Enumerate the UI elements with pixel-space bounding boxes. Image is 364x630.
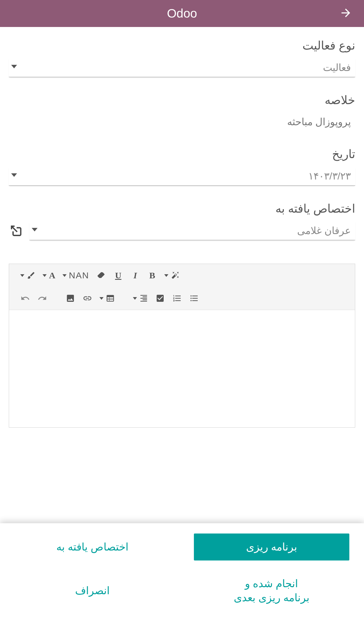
text-color-icon: A [49, 270, 55, 280]
undo-icon [21, 294, 30, 303]
chevron-down-icon [20, 274, 24, 277]
text-color-dropdown[interactable]: A [40, 268, 58, 283]
app-header: Odoo [0, 0, 364, 27]
chevron-down-icon [99, 297, 104, 300]
assigned-button[interactable]: اختصاص یافته به [15, 534, 170, 560]
editor-content-area[interactable] [9, 310, 355, 427]
summary-input[interactable] [13, 116, 351, 128]
header-title: Odoo [167, 6, 197, 21]
checklist-button[interactable] [153, 291, 167, 306]
redo-icon [38, 294, 47, 303]
brush-icon [27, 271, 35, 280]
ordered-list-button[interactable] [170, 291, 184, 306]
date-field: تاریخ ۱۴۰۳/۳/۲۳ [9, 147, 355, 186]
chevron-down-icon [11, 65, 17, 70]
image-icon [66, 294, 75, 303]
eraser-button[interactable] [94, 268, 109, 283]
style-dropdown[interactable] [18, 268, 38, 283]
table-dropdown[interactable] [97, 291, 117, 306]
chevron-down-icon [62, 274, 67, 277]
link-button[interactable] [80, 291, 95, 306]
chevron-down-icon [164, 274, 168, 277]
underline-icon: U [115, 270, 121, 280]
checklist-icon [155, 294, 165, 303]
activity-type-value: فعالیت [13, 62, 351, 73]
redo-button[interactable] [35, 291, 50, 306]
date-value: ۱۴۰۳/۳/۲۳ [13, 170, 351, 182]
bold-icon: B [149, 270, 155, 280]
assigned-to-label: اختصاص یافته به [9, 202, 355, 215]
undo-button[interactable] [18, 291, 33, 306]
rich-text-editor: A NAN U I B [9, 264, 355, 428]
underline-button[interactable]: U [111, 268, 126, 283]
date-label: تاریخ [9, 147, 355, 161]
align-icon [139, 294, 148, 303]
back-arrow-icon[interactable] [339, 6, 352, 21]
font-dropdown[interactable]: NAN [60, 268, 92, 283]
magic-dropdown[interactable] [162, 268, 182, 283]
activity-type-label: نوع فعالیت [9, 39, 355, 52]
assigned-to-field: اختصاص یافته به عرفان غلامی [9, 202, 355, 240]
italic-button[interactable]: I [128, 268, 143, 283]
summary-field: خلاصه [9, 93, 355, 131]
date-select[interactable]: ۱۴۰۳/۳/۲۳ [9, 167, 355, 186]
activity-type-select[interactable]: فعالیت [9, 58, 355, 77]
unordered-list-icon [189, 294, 199, 303]
summary-input-wrap[interactable] [9, 113, 355, 131]
eraser-icon [96, 271, 106, 280]
ordered-list-icon [172, 294, 182, 303]
external-link-button[interactable] [9, 223, 23, 238]
unordered-list-button[interactable] [187, 291, 202, 306]
action-button-bar: برنامه ریزی اختصاص یافته به انجام شده وب… [0, 523, 364, 630]
assigned-to-value: عرفان غلامی [34, 225, 351, 236]
link-icon [83, 294, 92, 303]
editor-toolbar: A NAN U I B [9, 264, 355, 310]
image-button[interactable] [63, 291, 78, 306]
svg-line-0 [11, 226, 17, 232]
table-icon [106, 294, 115, 303]
done-next-button[interactable]: انجام شده وبرنامه ریزی بعدی [194, 569, 350, 612]
chevron-down-icon [11, 173, 17, 179]
font-label: NAN [69, 270, 89, 280]
plan-button[interactable]: برنامه ریزی [194, 534, 350, 560]
cancel-button[interactable]: انصراف [15, 569, 170, 612]
chevron-down-icon [133, 297, 137, 300]
summary-label: خلاصه [9, 93, 355, 107]
assigned-to-select[interactable]: عرفان غلامی [29, 221, 355, 240]
magic-wand-icon [171, 271, 180, 280]
activity-type-field: نوع فعالیت فعالیت [9, 39, 355, 77]
italic-icon: I [133, 270, 137, 280]
bold-button[interactable]: B [145, 268, 160, 283]
chevron-down-icon [32, 228, 38, 233]
chevron-down-icon [43, 274, 47, 277]
form-container: نوع فعالیت فعالیت خلاصه تاریخ ۱۴۰۳/۳/۲۳ … [0, 27, 364, 240]
align-dropdown[interactable] [131, 291, 150, 306]
